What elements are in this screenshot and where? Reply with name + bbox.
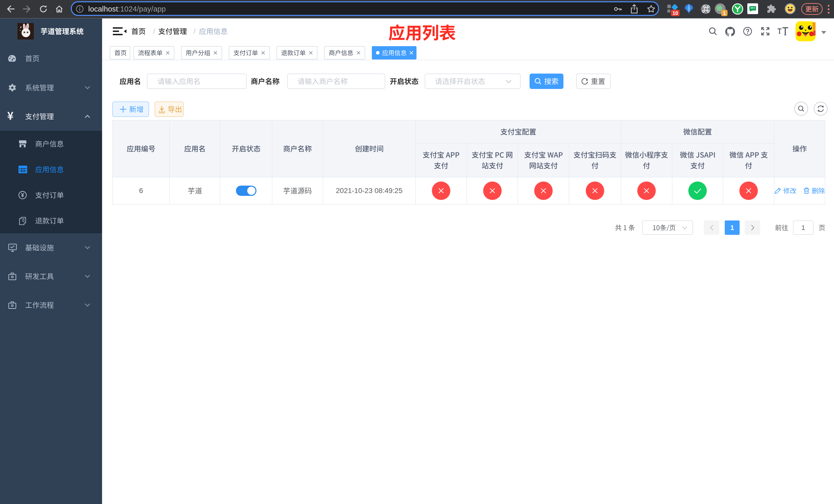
svg-text:10: 10 [673,10,678,16]
svg-text:1: 1 [723,10,726,16]
